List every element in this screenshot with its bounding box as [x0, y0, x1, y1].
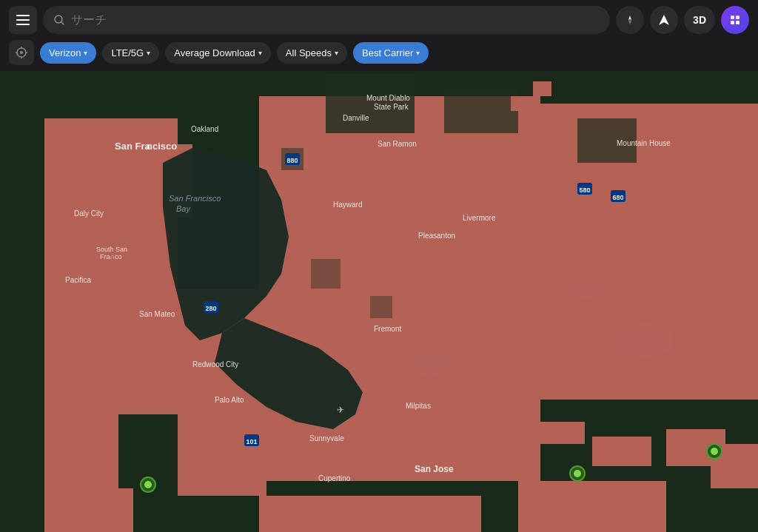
- svg-rect-81: [16, 19, 30, 21]
- svg-line-84: [61, 22, 64, 25]
- svg-rect-30: [370, 296, 392, 318]
- svg-rect-22: [592, 437, 651, 466]
- svg-text:Bay: Bay: [176, 204, 191, 213]
- location-button[interactable]: [650, 6, 678, 34]
- svg-text:580: 580: [579, 186, 590, 194]
- search-input[interactable]: [71, 13, 600, 27]
- compass-button[interactable]: [616, 6, 644, 34]
- svg-text:Cupertino: Cupertino: [318, 474, 351, 482]
- svg-text:280: 280: [205, 305, 216, 312]
- svg-text:Sunnyvale: Sunnyvale: [309, 434, 344, 442]
- svg-text:880: 880: [286, 157, 298, 164]
- 3d-button[interactable]: 3D: [684, 6, 715, 34]
- map-svg: 880 580 680 101 280 San Fra ncisco San F…: [0, 0, 758, 532]
- svg-marker-86: [628, 20, 631, 24]
- svg-point-79: [574, 470, 581, 477]
- download-filter-button[interactable]: Average Download ▾: [165, 42, 271, 64]
- svg-text:Fremont: Fremont: [374, 325, 401, 333]
- svg-text:Pacifica: Pacifica: [65, 276, 91, 284]
- svg-rect-27: [518, 481, 666, 532]
- svg-text:South San: South San: [96, 246, 127, 253]
- svg-text:101: 101: [246, 438, 257, 445]
- svg-text:680: 680: [612, 194, 623, 201]
- svg-marker-85: [628, 16, 631, 20]
- svg-text:Daly City: Daly City: [74, 209, 104, 218]
- svg-text:Pleasanton: Pleasanton: [418, 232, 455, 240]
- svg-rect-19: [444, 89, 518, 133]
- network-chevron: ▾: [147, 49, 150, 57]
- svg-rect-32: [533, 81, 551, 96]
- svg-text:Fra∩co: Fra∩co: [100, 253, 121, 260]
- svg-text:✈: ✈: [337, 405, 344, 415]
- top-bar: 3D Verizon ▾: [0, 0, 758, 71]
- svg-rect-82: [16, 24, 30, 25]
- best-carrier-filter-button[interactable]: Best Carrier ▾: [353, 42, 429, 64]
- svg-text:San Ramon: San Ramon: [378, 140, 417, 148]
- svg-text:Livermore: Livermore: [463, 214, 496, 222]
- svg-text:Palo Alto: Palo Alto: [215, 396, 244, 404]
- svg-point-93: [20, 51, 23, 54]
- best-carrier-chevron: ▾: [416, 49, 420, 57]
- svg-point-77: [711, 448, 718, 455]
- svg-rect-12: [44, 118, 118, 488]
- svg-point-75: [144, 481, 152, 488]
- svg-rect-88: [731, 16, 734, 19]
- map-container[interactable]: 880 580 680 101 280 San Fra ncisco San F…: [0, 0, 758, 532]
- svg-rect-25: [44, 488, 133, 532]
- svg-text:Milpitas: Milpitas: [406, 402, 431, 410]
- carrier-chevron: ▾: [84, 49, 87, 57]
- network-filter-button[interactable]: LTE/5G ▾: [102, 42, 159, 64]
- svg-text:San Mateo: San Mateo: [139, 310, 175, 318]
- menu-button[interactable]: [9, 6, 37, 34]
- carrier-filter-button[interactable]: Verizon ▾: [40, 42, 96, 64]
- search-row: 3D: [9, 6, 749, 34]
- svg-marker-87: [659, 15, 669, 25]
- svg-text:Mountain House: Mountain House: [617, 139, 671, 147]
- svg-rect-91: [736, 21, 739, 24]
- svg-rect-17: [540, 104, 758, 400]
- svg-text:Hayward: Hayward: [333, 201, 362, 209]
- search-icon: [53, 14, 65, 26]
- download-chevron: ▾: [258, 49, 262, 57]
- svg-text:State Park: State Park: [374, 103, 409, 111]
- search-bar[interactable]: [43, 6, 610, 34]
- svg-text:Oakland: Oakland: [191, 125, 218, 133]
- svg-text:Danville: Danville: [343, 114, 369, 122]
- speeds-filter-button[interactable]: All Speeds ▾: [277, 42, 347, 64]
- svg-rect-26: [259, 496, 481, 532]
- svg-text:Redwood City: Redwood City: [192, 360, 238, 368]
- svg-text:Mount Diablo: Mount Diablo: [366, 94, 410, 102]
- svg-text:San Fra: San Fra: [115, 141, 150, 152]
- speeds-chevron: ▾: [335, 49, 338, 57]
- svg-rect-29: [311, 259, 341, 289]
- svg-rect-21: [540, 422, 585, 444]
- svg-rect-89: [736, 16, 739, 19]
- filter-row: Verizon ▾ LTE/5G ▾ Average Download ▾ Al…: [9, 40, 749, 65]
- svg-rect-90: [731, 21, 734, 24]
- layers-button[interactable]: [721, 6, 749, 34]
- location-filter-button[interactable]: [9, 40, 34, 65]
- svg-rect-31: [511, 96, 533, 111]
- svg-text:ncisco: ncisco: [147, 141, 177, 152]
- svg-rect-80: [16, 15, 30, 16]
- svg-text:San Jose: San Jose: [415, 464, 454, 474]
- svg-text:San Francisco: San Francisco: [169, 194, 221, 203]
